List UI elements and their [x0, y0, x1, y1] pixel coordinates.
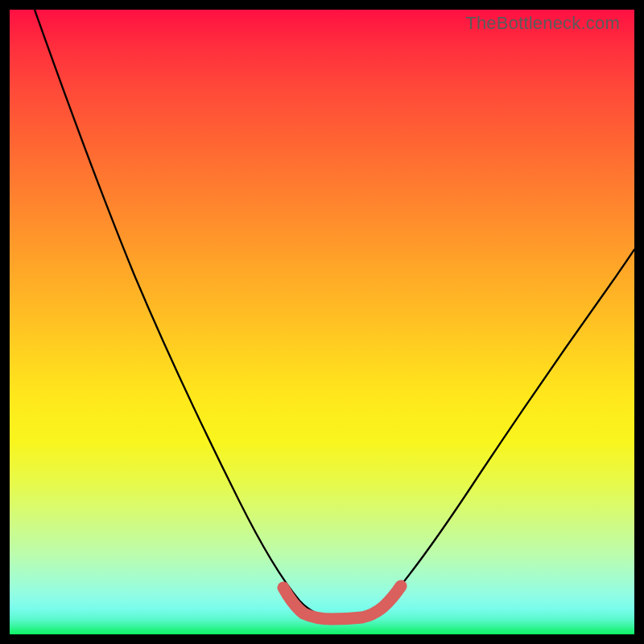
bottleneck-curve-line: [35, 10, 634, 616]
chart-frame: TheBottleneck.com: [0, 0, 644, 644]
chart-svg: [10, 10, 634, 634]
chart-plot-area: TheBottleneck.com: [10, 10, 634, 634]
